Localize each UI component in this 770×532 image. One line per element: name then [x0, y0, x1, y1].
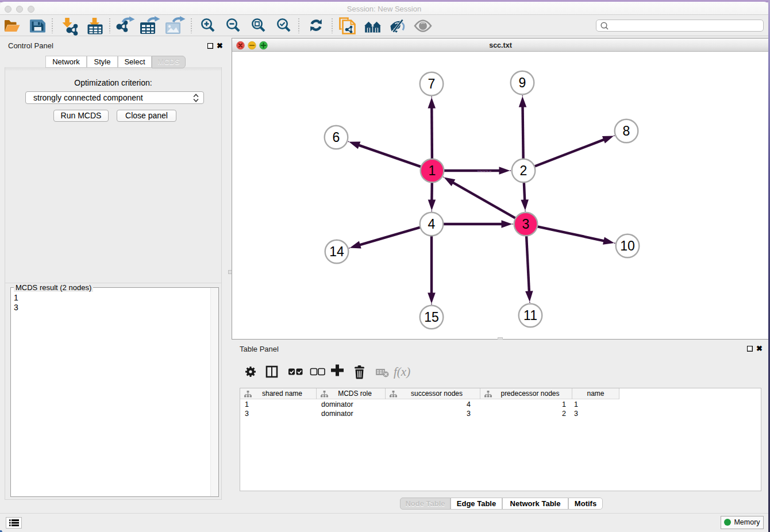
svg-text:15: 15 [424, 310, 439, 325]
svg-text:10: 10 [620, 238, 635, 253]
svg-text:4: 4 [428, 217, 436, 232]
svg-text:11: 11 [523, 308, 537, 323]
svg-text:2: 2 [520, 163, 528, 178]
svg-text:1: 1 [429, 163, 436, 178]
svg-text:14: 14 [329, 244, 344, 259]
svg-text:9: 9 [519, 75, 526, 90]
svg-text:interacts w: interacts w [478, 169, 491, 173]
svg-text:3: 3 [522, 217, 530, 232]
svg-text:f(x): f(x) [394, 365, 410, 379]
svg-text:8: 8 [623, 124, 630, 138]
svg-text:6: 6 [333, 130, 340, 145]
svg-text:7: 7 [428, 76, 436, 91]
